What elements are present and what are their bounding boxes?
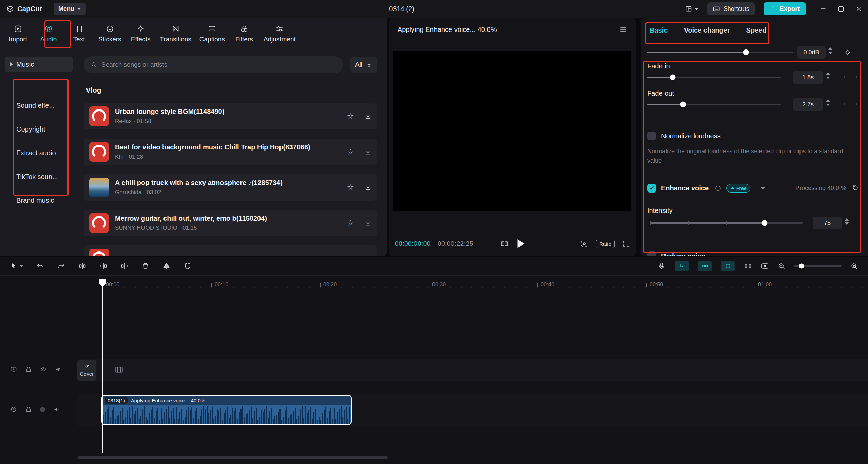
track-preview-icon[interactable] bbox=[10, 366, 17, 373]
frame-browser-icon[interactable] bbox=[501, 240, 509, 248]
intensity-stepper[interactable] bbox=[845, 218, 849, 225]
delete-button[interactable] bbox=[141, 262, 150, 270]
voiceover-button[interactable] bbox=[658, 262, 666, 270]
keyframe-next-icon[interactable]: › bbox=[855, 100, 858, 108]
download-icon[interactable] bbox=[364, 113, 372, 120]
tab-effects[interactable]: Effects bbox=[126, 18, 155, 49]
sidebar-item-copyright[interactable]: Copyright bbox=[9, 117, 64, 141]
tab-text[interactable]: TI Text bbox=[64, 18, 94, 49]
intensity-slider-handle[interactable] bbox=[762, 220, 768, 226]
undo-button[interactable] bbox=[36, 262, 44, 270]
tab-basic[interactable]: Basic bbox=[650, 26, 668, 34]
timeline-ruler[interactable]: 00:00 00:10 00:20 00:30 00:40 00:50 01:0… bbox=[0, 279, 868, 292]
tab-voice-changer[interactable]: Voice changer bbox=[684, 26, 730, 34]
chevron-down-icon[interactable] bbox=[761, 187, 765, 190]
sidebar-item-tiktok-sounds[interactable]: TikTok soun... bbox=[9, 165, 64, 188]
fade-in-slider[interactable] bbox=[647, 77, 781, 78]
timeline-zoom-slider[interactable] bbox=[794, 265, 842, 267]
link-toggle-button[interactable] bbox=[698, 261, 712, 271]
free-badge[interactable]: Free bbox=[726, 184, 750, 193]
info-icon[interactable] bbox=[715, 185, 721, 192]
normalize-checkbox[interactable] bbox=[647, 132, 656, 140]
mask-button[interactable] bbox=[184, 262, 192, 270]
focus-scan-icon[interactable] bbox=[580, 240, 589, 248]
fade-out-stepper[interactable] bbox=[826, 100, 830, 106]
video-track-lane[interactable] bbox=[78, 359, 868, 381]
intensity-value[interactable]: 75 bbox=[813, 217, 842, 229]
music-list-item[interactable]: A chill pop truck with a sexy atmosphere… bbox=[84, 174, 377, 201]
keyframe-next-icon[interactable]: › bbox=[855, 73, 858, 81]
music-list-item[interactable]: Urban lounge style BGM(1148490) Re-lax ·… bbox=[84, 103, 377, 129]
reset-icon[interactable] bbox=[852, 184, 859, 191]
maximize-button[interactable] bbox=[838, 6, 844, 12]
enhance-voice-checkbox[interactable] bbox=[647, 184, 656, 193]
preview-axis-toggle-button[interactable] bbox=[721, 261, 735, 271]
volume-slider[interactable] bbox=[647, 52, 793, 53]
delete-left-button[interactable] bbox=[99, 262, 108, 270]
layout-switch-button[interactable] bbox=[685, 5, 698, 12]
fullscreen-icon[interactable] bbox=[622, 240, 630, 248]
snap-toggle-button[interactable] bbox=[675, 261, 689, 271]
music-list-item[interactable]: R&B with Lo-Fi, light and comfortable at… bbox=[84, 245, 377, 256]
redo-button[interactable] bbox=[57, 262, 65, 270]
tab-filters[interactable]: Filters bbox=[230, 18, 259, 49]
reduce-noise-checkbox[interactable] bbox=[647, 251, 656, 256]
volume-stepper[interactable] bbox=[828, 47, 832, 54]
playhead[interactable] bbox=[102, 279, 103, 453]
tab-speed[interactable]: Speed bbox=[746, 26, 767, 34]
mirror-button[interactable] bbox=[162, 262, 171, 270]
favorite-icon[interactable]: ☆ bbox=[347, 219, 354, 227]
video-preview[interactable] bbox=[393, 51, 631, 211]
zoom-in-button[interactable] bbox=[850, 262, 858, 270]
fade-out-slider-handle[interactable] bbox=[680, 102, 686, 107]
preview-menu-icon[interactable] bbox=[619, 25, 628, 34]
sidebar-item-sound-effects[interactable]: Sound effe... bbox=[9, 94, 64, 117]
menu-button[interactable]: Menu bbox=[54, 3, 86, 15]
download-icon[interactable] bbox=[364, 219, 372, 227]
clock-icon[interactable] bbox=[10, 406, 17, 413]
music-list-item[interactable]: Best for video background music Chill Tr… bbox=[84, 139, 377, 165]
fade-out-value[interactable]: 2.7s bbox=[793, 98, 823, 111]
dim-indicator-icon[interactable] bbox=[40, 407, 45, 412]
tab-stickers[interactable]: Stickers bbox=[95, 18, 125, 49]
shortcuts-button[interactable]: Shortcuts bbox=[707, 2, 755, 15]
download-icon[interactable] bbox=[364, 184, 372, 191]
delete-right-button[interactable] bbox=[120, 262, 129, 270]
play-button[interactable] bbox=[518, 239, 525, 248]
fade-in-stepper[interactable] bbox=[826, 73, 830, 79]
lock-icon[interactable] bbox=[25, 406, 32, 413]
sidebar-item-extract-audio[interactable]: Extract audio bbox=[9, 141, 64, 165]
audio-clip[interactable]: 0318(1) Applying Enhance voice... 40.0% bbox=[101, 395, 352, 425]
select-tool-button[interactable] bbox=[10, 262, 23, 270]
filmstrip-icon[interactable] bbox=[115, 365, 123, 374]
tab-transitions[interactable]: Transitions bbox=[157, 18, 195, 49]
sidebar-item-music[interactable]: Music bbox=[5, 57, 73, 72]
keyframe-prev-icon[interactable]: ‹ bbox=[843, 100, 846, 108]
split-button[interactable] bbox=[78, 262, 86, 270]
tab-captions[interactable]: Captions bbox=[196, 18, 228, 49]
search-input[interactable] bbox=[101, 61, 336, 68]
intensity-slider[interactable] bbox=[650, 222, 803, 224]
screen-record-button[interactable] bbox=[761, 262, 769, 270]
favorite-icon[interactable]: ☆ bbox=[347, 112, 354, 120]
keyframe-diamond-icon[interactable] bbox=[844, 49, 851, 56]
keyframe-prev-icon[interactable]: ‹ bbox=[843, 73, 846, 81]
eye-icon[interactable] bbox=[40, 366, 47, 373]
favorite-icon[interactable]: ☆ bbox=[347, 183, 354, 191]
download-icon[interactable] bbox=[364, 255, 372, 256]
fade-out-slider[interactable] bbox=[647, 104, 781, 105]
lock-icon[interactable] bbox=[25, 366, 32, 373]
download-icon[interactable] bbox=[364, 148, 372, 156]
tab-adjustment[interactable]: Adjustment bbox=[260, 18, 299, 49]
ratio-button[interactable]: Ratio bbox=[596, 240, 615, 248]
fade-in-slider-handle[interactable] bbox=[670, 75, 676, 80]
fade-in-value[interactable]: 1.8s bbox=[793, 71, 823, 84]
sidebar-item-brand-music[interactable]: Brand music bbox=[9, 188, 64, 212]
tab-audio[interactable]: Audio bbox=[34, 18, 63, 49]
filter-all-button[interactable]: All bbox=[350, 57, 377, 73]
speaker-icon[interactable] bbox=[55, 366, 62, 373]
favorite-icon[interactable]: ☆ bbox=[347, 148, 354, 156]
volume-slider-handle[interactable] bbox=[743, 49, 749, 55]
volume-value[interactable]: 0.0dB bbox=[797, 46, 826, 59]
favorite-icon[interactable]: ☆ bbox=[347, 255, 354, 256]
